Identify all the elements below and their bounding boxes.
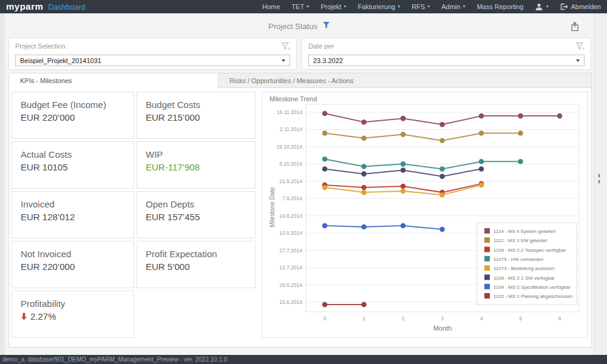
chevron-down-icon: ▾ [307, 4, 309, 9]
kpi-card-not-invoiced: Not Invoiced EUR 220’000 [12, 241, 134, 288]
tab-bar: KPIs - Milestones Risks / Opportunities … [8, 73, 592, 88]
svg-text:1114 - MS 4 System geliefert: 1114 - MS 4 System geliefert [493, 229, 556, 234]
svg-text:29.6.2014: 29.6.2014 [279, 282, 302, 288]
svg-text:1104 - MS 2 Spezifikation verf: 1104 - MS 2 Spezifikation verfügbar [493, 285, 571, 290]
date-per-panel: Date per x 23.3.2022 [302, 38, 591, 70]
top-navbar: myparm Dashboard Home TET▾ Projekt▾ Fakt… [0, 0, 607, 13]
milestone-trend-chart: 16.11.20142.11.201419.10.20145.10.201421… [262, 92, 589, 339]
kpi-card-profit-expectation: Profit Expectation EUR 5’000 [137, 241, 256, 288]
page-title: Project Status [268, 22, 317, 31]
filter-icon[interactable] [322, 21, 330, 32]
svg-text:15.6.2014: 15.6.2014 [279, 299, 302, 305]
select-caret-icon [282, 59, 285, 62]
tab-risks-opportunities[interactable]: Risks / Opportunities / Measures - Actio… [219, 73, 592, 88]
svg-text:x: x [583, 46, 585, 50]
svg-text:2: 2 [402, 315, 405, 322]
dashboard-main: Project Status Project Selection x Beisp… [5, 13, 594, 355]
svg-text:4: 4 [480, 315, 483, 322]
svg-text:11075 - HW vorhanden: 11075 - HW vorhanden [493, 257, 543, 262]
milestone-trend-panel: Milestone Trend 16.11.20142.11.201419.10… [262, 92, 588, 338]
user-menu[interactable]: ▾ [535, 3, 548, 11]
logout-link[interactable]: Abmelden [560, 3, 601, 10]
kpi-card-wip: WIP EUR-117’908 [137, 141, 256, 189]
nav-item-tet[interactable]: TET▾ [291, 3, 309, 10]
nav-item-rfs[interactable]: RFS▾ [412, 3, 430, 10]
user-icon [535, 3, 543, 11]
logout-icon [560, 3, 568, 10]
svg-text:6: 6 [558, 315, 561, 322]
svg-text:1102 - MS 1 Planung abgeschlos: 1102 - MS 1 Planung abgeschlossen [493, 294, 572, 299]
app-logo: myparm Dashboard [6, 0, 86, 13]
clear-filter-icon[interactable]: x [282, 42, 291, 53]
kpi-card-profitability: Profitability 2.27% [12, 291, 134, 338]
export-icon [570, 21, 580, 32]
svg-text:1106 - MS 2.1 SW verfügbar: 1106 - MS 2.1 SW verfügbar [493, 275, 555, 281]
svg-text:0: 0 [324, 315, 327, 322]
kpi-grid: Budget Fee (Income) EUR 220’000 Budget C… [12, 92, 256, 338]
nav-item-mass-reporting[interactable]: Mass Reporting [476, 3, 523, 10]
svg-text:1109 - MS 2.2 Testspec verfügb: 1109 - MS 2.2 Testspec verfügbar [493, 248, 566, 253]
svg-text:16.11.2014: 16.11.2014 [277, 109, 302, 115]
nav-item-home[interactable]: Home [262, 3, 280, 10]
chevron-down-icon: ▾ [463, 4, 465, 9]
chevron-down-icon: ▾ [344, 4, 346, 9]
tab-content: Budget Fee (Income) EUR 220’000 Budget C… [8, 87, 592, 348]
status-bar-text: demo_a. database/901_DEMO_myPARM_Managem… [0, 356, 228, 363]
project-select[interactable]: Beispiel_Projekt_20141031 [15, 55, 290, 66]
clear-filter-icon[interactable]: x [576, 42, 585, 53]
trend-down-icon [21, 312, 27, 320]
svg-text:21.9.2014: 21.9.2014 [279, 178, 302, 184]
tab-kpis-milestones[interactable]: KPIs - Milestones [8, 73, 219, 88]
svg-text:13.7.2014: 13.7.2014 [279, 265, 302, 271]
kpi-card-budget-costs: Budget Costs EUR 215’000 [137, 92, 256, 139]
side-panel-strip: ‹ › [594, 13, 607, 355]
svg-text:1: 1 [362, 315, 365, 322]
svg-text:10.8.2014: 10.8.2014 [279, 230, 302, 236]
nav-item-admin[interactable]: Admin▾ [441, 3, 465, 10]
chevron-down-icon: ▾ [398, 4, 400, 9]
expand-panel-icon[interactable]: › [598, 178, 600, 184]
svg-text:Month: Month [433, 325, 452, 332]
nav-item-fakturierung[interactable]: Fakturierung▾ [358, 3, 400, 10]
kpi-card-open-depts: Open Depts EUR 157’455 [137, 191, 256, 238]
chevron-down-icon: ▾ [546, 4, 548, 9]
export-button[interactable] [568, 19, 582, 33]
nav-item-projekt[interactable]: Projekt▾ [320, 3, 346, 10]
svg-text:7.9.2014: 7.9.2014 [282, 195, 302, 201]
svg-text:x: x [288, 46, 291, 50]
svg-text:19.10.2014: 19.10.2014 [276, 144, 302, 150]
svg-text:Milestone Date: Milestone Date [269, 187, 276, 228]
kpi-card-budget-fee: Budget Fee (Income) EUR 220’000 [12, 92, 134, 139]
svg-text:5.10.2014: 5.10.2014 [279, 161, 302, 167]
svg-text:1112 - MS 3 SW getestet: 1112 - MS 3 SW getestet [493, 238, 548, 243]
svg-text:24.8.2014: 24.8.2014 [279, 213, 302, 219]
logo-product-text: Dashboard [48, 3, 85, 12]
chevron-down-icon: ▾ [427, 4, 430, 9]
page-header: Project Status [5, 19, 594, 35]
svg-text:5: 5 [519, 315, 522, 322]
logo-text: myparm [6, 0, 43, 13]
kpi-card-invoiced: Invoiced EUR 128’012 [12, 191, 134, 238]
status-bar: demo_a. database/901_DEMO_myPARM_Managem… [0, 355, 607, 364]
svg-text:11073 - Bestellung auslösen: 11073 - Bestellung auslösen [493, 266, 554, 271]
project-selection-label: Project Selection [15, 42, 66, 50]
select-caret-icon [576, 59, 580, 62]
date-per-label: Date per [308, 42, 334, 50]
svg-text:2.11.2014: 2.11.2014 [280, 126, 302, 132]
svg-text:27.7.2014: 27.7.2014 [279, 248, 302, 254]
project-selection-panel: Project Selection x Beispiel_Projekt_201… [8, 38, 297, 70]
kpi-card-actual-costs: Actual Costs EUR 10105 [12, 141, 134, 189]
date-select[interactable]: 23.3.2022 [308, 55, 585, 66]
svg-text:3: 3 [441, 315, 444, 322]
